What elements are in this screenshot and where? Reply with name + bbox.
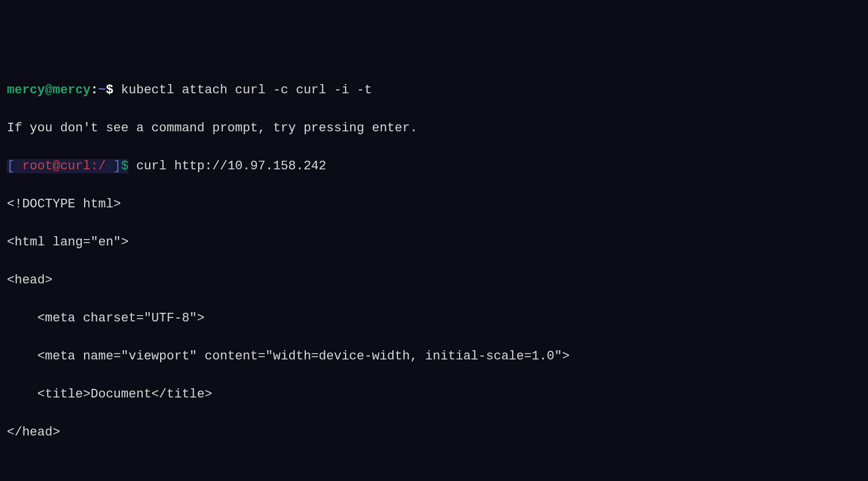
output-line: <meta name="viewport" content="width=dev… [7, 347, 861, 366]
terminal-line-2: If you don't see a command prompt, try p… [7, 119, 861, 138]
output-line: <head> [7, 271, 861, 290]
root-prompt: root@curl:/ [22, 159, 113, 173]
curl-command: curl http://10.97.158.242 [136, 159, 326, 173]
command-text: kubectl attach curl -c curl -i -t [121, 83, 372, 97]
output-line: </head> [7, 423, 861, 442]
colon: : [90, 83, 98, 97]
cwd-tilde: ~ [98, 83, 105, 97]
output-line: <html lang="en"> [7, 233, 861, 252]
output-line: <title>Document</title> [7, 385, 861, 404]
bracket-open: [ [7, 159, 22, 173]
output-line: <!DOCTYPE html> [7, 195, 861, 214]
terminal-line-3[interactable]: [ root@curl:/ ]$ curl http://10.97.158.2… [7, 157, 861, 176]
dollar-sign: $ [121, 159, 128, 173]
bracket-close: ] [113, 159, 121, 173]
user-host: mercy@mercy [7, 83, 90, 97]
space [128, 159, 136, 173]
output-line: <meta charset="UTF-8"> [7, 309, 861, 328]
terminal-line-1[interactable]: mercy@mercy:~$ kubectl attach curl -c cu… [7, 81, 861, 100]
prompt-dollar: $ [106, 83, 121, 97]
